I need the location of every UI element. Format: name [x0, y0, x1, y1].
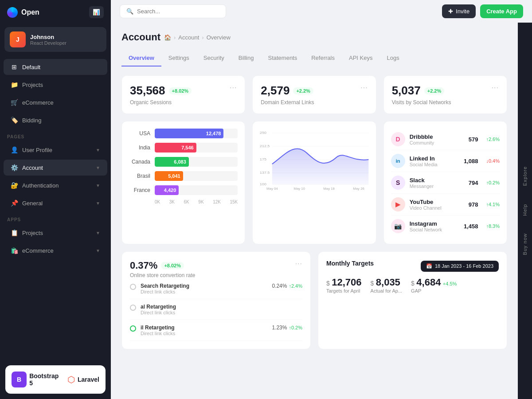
sidebar-item-authentication[interactable]: 🔐 Authentication ▼: [4, 177, 107, 193]
more-options-icon[interactable]: ···: [230, 84, 237, 92]
bootstrap-logo: B: [12, 372, 27, 387]
bar-fill-india: 7,546: [155, 143, 196, 153]
stat-card-social: 5,037 +2.2% Visits by Social Networks ··…: [383, 75, 507, 114]
tab-referrals[interactable]: Referrals: [304, 50, 342, 66]
more-options-icon[interactable]: ···: [360, 84, 368, 92]
general-icon: 📌: [11, 200, 18, 207]
tab-settings[interactable]: Settings: [161, 50, 196, 66]
social-card: D Dribbble Community 579 ↑2.6% in Linked…: [383, 121, 507, 244]
sidebar-item-general[interactable]: 📌 General ▼: [4, 195, 107, 211]
stat-value-links: 2,579: [261, 84, 289, 98]
stat-card-links: 2,579 +2.2% Domain External Links ···: [252, 75, 376, 114]
stat-value-organic: 35,568: [130, 84, 165, 98]
tab-logs[interactable]: Logs: [379, 50, 406, 66]
social-type: Social Media: [410, 162, 438, 167]
sidebar-item-label: Account: [22, 164, 43, 171]
sidebar-item-projects[interactable]: 📁 Projects: [4, 77, 107, 93]
stats-grid: 35,568 +8.02% Organic Sessions ··· 2,579: [121, 75, 507, 114]
avatar: J: [10, 31, 26, 47]
sidebar-item-label: Bidding: [22, 117, 41, 124]
sidebar-item-user-profile[interactable]: 👤 User Profile ▼: [4, 142, 107, 158]
tab-overview[interactable]: Overview: [121, 50, 161, 66]
sidebar-item-ecommerce-app[interactable]: 🛍️ eCommerce ▼: [4, 243, 107, 258]
svg-text:May 18: May 18: [324, 187, 335, 190]
stat-card-organic: 35,568 +8.02% Organic Sessions ···: [121, 75, 245, 114]
search-bar[interactable]: 🔍: [120, 4, 226, 18]
sidebar-item-label: Projects: [22, 230, 43, 236]
tab-statements[interactable]: Statements: [261, 50, 304, 66]
home-icon: 🏠: [164, 34, 171, 41]
stat-label-organic: Organic Sessions: [130, 99, 192, 106]
more-options-icon[interactable]: ···: [295, 260, 302, 268]
ret-change: ↑0.2%: [289, 325, 302, 330]
logo-text: Open: [21, 8, 39, 16]
explore-button[interactable]: Explore: [519, 157, 531, 195]
buy-now-button[interactable]: Buy now: [519, 224, 531, 264]
tabs: Overview Settings Security Billing State…: [121, 50, 507, 66]
social-row-youtube: ▶ YouTube Video Channel 978 ↑4.1%: [391, 194, 500, 215]
projects-icon: 📁: [11, 81, 18, 88]
svg-text:212.5: 212.5: [260, 144, 270, 148]
chart-icon: 📊: [93, 9, 100, 16]
social-type: Messanger: [410, 184, 434, 189]
ret-sub: Direct link clicks: [141, 310, 176, 315]
sidebar-item-ecommerce[interactable]: 🛒 eCommerce: [4, 94, 107, 110]
retargeting-row-3: il Retargeting Direct link clicks 1.23% …: [130, 320, 302, 341]
chart-button[interactable]: 📊: [89, 6, 104, 18]
tab-api-keys[interactable]: API Keys: [342, 50, 379, 66]
stat-label-social: Visits by Social Networks: [392, 99, 451, 106]
radio-button[interactable]: [130, 305, 136, 311]
social-name: YouTube: [410, 199, 442, 205]
create-app-button[interactable]: Create App: [480, 4, 523, 18]
bar-fill-france: 4,420: [155, 185, 179, 195]
tab-security[interactable]: Security: [196, 50, 231, 66]
tab-billing[interactable]: Billing: [231, 50, 261, 66]
social-type: Social Network: [410, 227, 442, 232]
chevron-down-icon: ▼: [96, 183, 100, 188]
stat-badge-links: +2.2%: [293, 87, 313, 94]
invite-button[interactable]: ✚ Invite: [442, 4, 476, 18]
chevron-down-icon: ▼: [96, 231, 100, 235]
social-count: 794: [469, 180, 478, 186]
actual-block: $ 8,035 Actual for Ap...: [371, 277, 403, 293]
ret-name: al Retargeting: [141, 304, 176, 310]
targets-label: Targets for April: [326, 288, 362, 293]
more-options-icon[interactable]: ···: [492, 84, 499, 92]
page-wrapper: Account 🏠 › Account › Overview Overview …: [111, 23, 532, 399]
search-input[interactable]: [137, 8, 219, 15]
breadcrumb-account[interactable]: Account: [178, 34, 199, 41]
ecommerce-icon: 🛒: [11, 99, 18, 106]
bar-row-usa: USA 12,478: [129, 129, 238, 138]
monthly-targets-card: Monthly Targets 📅 18 Jan 2023 - 16 Feb 2…: [318, 251, 507, 349]
sidebar-item-account[interactable]: ⚙️ Account ▼: [4, 160, 107, 176]
svg-text:100: 100: [260, 182, 266, 186]
calendar-icon: 📅: [426, 263, 432, 269]
retargeting-row-2: al Retargeting Direct link clicks: [130, 299, 302, 320]
svg-text:137.5: 137.5: [260, 170, 270, 174]
sidebar-item-label: Projects: [22, 82, 43, 88]
radio-button[interactable]: [130, 284, 136, 290]
targets-value: 12,706: [332, 277, 361, 288]
sidebar-item-bidding[interactable]: 🏷️ Bidding: [4, 112, 107, 128]
ecommerce-app-icon: 🛍️: [11, 247, 18, 254]
side-panel: Explore Help Buy now: [518, 23, 532, 399]
ret-pct: 1.23%: [272, 325, 287, 331]
sidebar-item-projects-app[interactable]: 📋 Projects ▼: [4, 225, 107, 241]
sidebar-bottom: B Bootstrap 5 ⬡ Laravel: [0, 360, 111, 399]
sidebar-item-default[interactable]: ⊞ Default: [4, 59, 107, 75]
radio-button[interactable]: [130, 325, 136, 332]
user-card[interactable]: J Johnson React Developer: [4, 27, 106, 52]
ret-name: il Retargeting: [141, 325, 175, 331]
topbar-right: ✚ Invite Create App: [442, 4, 523, 18]
search-icon: 🔍: [126, 8, 133, 15]
stat-value-social: 5,037: [392, 84, 421, 98]
gap-label: GAP: [411, 288, 457, 293]
help-button[interactable]: Help: [519, 195, 531, 225]
main-area: 🔍 ✚ Invite Create App Account 🏠 › Accoun…: [111, 0, 532, 399]
svg-text:250: 250: [260, 130, 266, 134]
social-change: ↑2.6%: [486, 137, 500, 142]
social-count: 978: [469, 201, 478, 208]
date-range-badge: 📅 18 Jan 2023 - 16 Feb 2023: [421, 261, 499, 272]
chevron-down-icon: ▼: [96, 201, 100, 206]
sidebar-item-label: General: [22, 200, 43, 207]
